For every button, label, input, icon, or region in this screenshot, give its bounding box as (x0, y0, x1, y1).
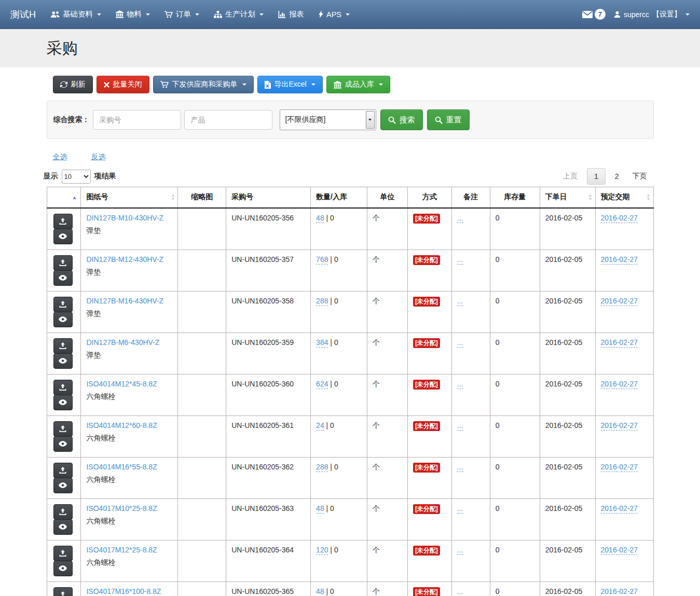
drawing-no-link[interactable]: DIN127B-M6-430HV-Z (86, 338, 159, 346)
due-date-link[interactable]: 2016-02-27 (601, 421, 638, 431)
page-length-select[interactable]: 10 (62, 170, 91, 184)
upload-button[interactable] (53, 463, 73, 478)
remark-link[interactable]: ... (457, 338, 463, 348)
upload-button[interactable] (53, 546, 73, 561)
upload-button[interactable] (53, 504, 73, 520)
page-2-button[interactable]: 2 (608, 169, 626, 184)
header-order-date[interactable]: 下单日▲▼ (540, 187, 595, 208)
invert-select-link[interactable]: 反选 (91, 153, 106, 162)
view-button[interactable] (53, 270, 73, 286)
dispatch-button[interactable]: 下发供应商和采购单 (153, 76, 254, 93)
view-button[interactable] (53, 436, 73, 452)
qty-link[interactable]: 288 (316, 297, 328, 306)
remark-link[interactable]: ... (457, 214, 463, 223)
header-due-date[interactable]: 预定交期▲▼ (595, 187, 653, 208)
drawing-no-link[interactable]: DIN127B-M10-430HV-Z (86, 214, 163, 222)
remark-cell: ... (451, 581, 490, 596)
remark-link[interactable]: ... (457, 421, 463, 431)
qty-link[interactable]: 24 (316, 421, 324, 431)
unassigned-badge: [未分配] (413, 255, 440, 265)
upload-button[interactable] (53, 380, 73, 395)
nav-item-production-plan[interactable]: 生产计划 (214, 9, 264, 19)
remark-link[interactable]: ... (457, 587, 463, 596)
upload-button[interactable] (53, 421, 73, 437)
view-button[interactable] (53, 395, 73, 410)
qty-link[interactable]: 48 (316, 214, 324, 223)
remark-link[interactable]: ... (457, 546, 463, 555)
qty-link[interactable]: 384 (316, 338, 328, 348)
qty-link[interactable]: 120 (316, 546, 328, 555)
header-drawing-no[interactable]: 图纸号▲▼ (81, 187, 178, 208)
view-button[interactable] (53, 519, 73, 535)
view-button[interactable] (53, 353, 73, 369)
due-date-link[interactable]: 2016-02-27 (601, 255, 638, 265)
export-excel-button[interactable]: 导出Excel (257, 76, 323, 93)
qty-link[interactable]: 624 (316, 380, 328, 389)
header-select-sort[interactable]: ▲ (47, 187, 81, 208)
drawing-no-link[interactable]: ISO4017M10*25-8.8Z (86, 504, 157, 512)
nav-label: 订单 (176, 9, 191, 19)
upload-button[interactable] (53, 297, 73, 312)
qty-cell: 48 | 0 (311, 498, 367, 540)
drawing-no-link[interactable]: ISO4014M12*45-8.8Z (86, 380, 157, 388)
nav-item-orders[interactable]: 订单 (164, 9, 199, 19)
qty-in-value: 0 (334, 463, 338, 471)
drawing-no-link[interactable]: ISO4014M12*60-8.8Z (86, 421, 157, 429)
due-date-link[interactable]: 2016-02-27 (601, 297, 638, 306)
remark-link[interactable]: ... (457, 504, 463, 514)
next-page-button[interactable]: 下页 (626, 169, 654, 184)
remark-link[interactable]: ... (457, 297, 463, 306)
upload-button[interactable] (53, 338, 73, 354)
upload-button[interactable] (53, 255, 73, 271)
remark-link[interactable]: ... (457, 255, 463, 265)
page-1-button[interactable]: 1 (587, 168, 606, 185)
due-date-link[interactable]: 2016-02-27 (601, 338, 638, 348)
select-all-link[interactable]: 全选 (53, 153, 67, 162)
prev-page-button[interactable]: 上页 (556, 169, 584, 184)
view-button[interactable] (53, 478, 73, 493)
drawing-no-link[interactable]: DIN127B-M12-430HV-Z (86, 255, 163, 264)
unassigned-badge: [未分配] (413, 546, 440, 556)
drawing-no-link[interactable]: DIN127B-M16-430HV-Z (86, 297, 163, 305)
thumbnail-cell (178, 332, 226, 374)
nav-item-basic-data[interactable]: 基础资料 (50, 9, 101, 19)
qty-link[interactable]: 48 (316, 587, 324, 596)
view-button[interactable] (53, 229, 73, 244)
upload-button[interactable] (53, 587, 73, 596)
qty-in-value: 0 (334, 338, 338, 346)
remark-link[interactable]: ... (457, 380, 463, 389)
drawing-no-link[interactable]: ISO4014M16*55-8.8Z (86, 463, 157, 471)
due-date-link[interactable]: 2016-02-27 (601, 587, 638, 596)
cart-icon (160, 81, 169, 88)
due-date-link[interactable]: 2016-02-27 (601, 214, 638, 223)
messages-button[interactable]: 7 (582, 9, 606, 20)
nav-item-material[interactable]: 物料 (116, 9, 150, 19)
due-date-link[interactable]: 2016-02-27 (601, 546, 638, 555)
reset-button[interactable]: 重置 (427, 109, 470, 130)
supplier-select[interactable]: [不限供应商] (280, 109, 376, 130)
users-icon (50, 10, 60, 18)
brand-link[interactable]: 测试H (10, 8, 36, 21)
nav-item-aps[interactable]: APS (319, 10, 350, 19)
stock-cell: 0 (490, 332, 540, 374)
remark-link[interactable]: ... (457, 463, 463, 472)
qty-link[interactable]: 768 (316, 255, 328, 265)
search-button[interactable]: 搜索 (380, 109, 423, 130)
drawing-no-link[interactable]: ISO4017M12*25-8.8Z (86, 546, 157, 554)
due-date-link[interactable]: 2016-02-27 (601, 504, 638, 514)
due-date-link[interactable]: 2016-02-27 (601, 380, 638, 389)
refresh-button[interactable]: 刷新 (53, 76, 93, 93)
purchase-no-input[interactable] (93, 110, 181, 130)
view-button[interactable] (53, 312, 73, 327)
finished-goods-in-button[interactable]: 成品入库 (326, 76, 390, 93)
user-menu[interactable]: supercc 【设置】 (614, 10, 690, 19)
nav-item-reports[interactable]: 报表 (278, 9, 304, 19)
qty-link[interactable]: 288 (316, 463, 328, 472)
qty-link[interactable]: 48 (316, 504, 324, 514)
upload-button[interactable] (53, 214, 73, 229)
view-button[interactable] (53, 561, 73, 576)
product-input[interactable] (184, 110, 272, 130)
batch-close-button[interactable]: 批量关闭 (97, 76, 149, 93)
drawing-no-link[interactable]: ISO4017M16*100-8.8Z (86, 587, 161, 595)
due-date-link[interactable]: 2016-02-27 (601, 463, 638, 472)
